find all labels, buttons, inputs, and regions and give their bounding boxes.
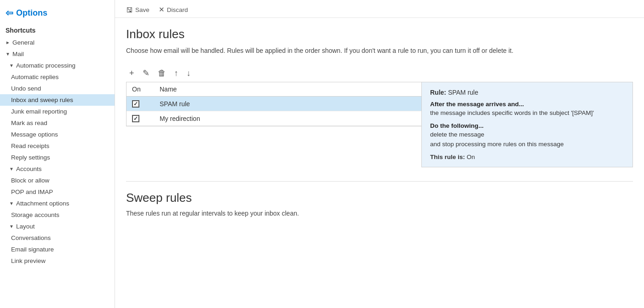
save-label: Save — [135, 6, 150, 13]
conversations-label: Conversations — [11, 234, 51, 241]
rule-on-cell — [126, 111, 154, 126]
delete-icon: 🗑 — [158, 68, 166, 78]
mark-as-read-label: Mark as read — [11, 120, 47, 126]
sidebar-item-link-preview[interactable]: Link preview — [0, 255, 115, 267]
sidebar-item-block-allow[interactable]: Block or allow — [0, 175, 115, 186]
link-preview-label: Link preview — [11, 257, 46, 264]
rules-detail-panel: Rule: SPAM rule After the message arrive… — [421, 82, 633, 167]
action-bar: + ✎ 🗑 ↑ ↓ — [126, 63, 633, 82]
detail-rule-title: Rule: SPAM rule — [430, 89, 624, 96]
detail-do-body-line2: and stop processing more rules on this m… — [430, 140, 624, 149]
rule-checkbox[interactable] — [132, 115, 139, 122]
automatic-replies-label: Automatic replies — [11, 74, 59, 80]
rule-checkbox[interactable] — [132, 100, 139, 108]
accounts-label: Accounts — [16, 165, 42, 172]
back-button[interactable]: ⇦ Options — [0, 4, 115, 24]
add-icon: + — [129, 68, 134, 78]
sidebar-item-undo-send[interactable]: Undo send — [0, 83, 115, 94]
reply-settings-label: Reply settings — [11, 154, 50, 161]
general-label: General — [12, 39, 34, 46]
sidebar-item-reply-settings[interactable]: Reply settings — [0, 152, 115, 163]
automatic-processing-label: Automatic processing — [16, 62, 75, 69]
sidebar-item-pop-imap[interactable]: POP and IMAP — [0, 186, 115, 198]
layout-triangle-icon: ▼ — [9, 224, 14, 229]
message-options-label: Message options — [11, 131, 58, 138]
pop-imap-label: POP and IMAP — [11, 188, 53, 195]
edit-rule-button[interactable]: ✎ — [139, 66, 153, 80]
general-group[interactable]: ► General — [0, 37, 115, 48]
delete-rule-button[interactable]: 🗑 — [155, 67, 169, 80]
rule-on-cell — [126, 97, 154, 111]
detail-do-body: delete the message and stop processing m… — [430, 130, 624, 149]
detail-status-label: This rule is: — [430, 154, 465, 160]
layout-group[interactable]: ▼ Layout — [0, 221, 115, 232]
table-row[interactable]: My redirection — [126, 111, 421, 126]
rules-table-container: On Name SPAM ruleMy redirection — [126, 82, 421, 126]
back-arrow-icon: ⇦ — [6, 7, 13, 18]
rules-table-wrapper: On Name SPAM ruleMy redirection Rule: SP… — [126, 82, 633, 167]
mail-label: Mail — [12, 51, 24, 57]
detail-do-section: Do the following... delete the message a… — [430, 122, 624, 149]
content-area: Inbox rules Choose how email will be han… — [115, 18, 644, 226]
mail-group[interactable]: ▼ Mail — [0, 48, 115, 60]
sidebar: ⇦ Options Shortcuts ► General ▼ Mail ▼ A… — [0, 0, 115, 308]
shortcuts-header: Shortcuts — [0, 24, 115, 37]
undo-send-label: Undo send — [11, 85, 41, 92]
section-divider — [126, 181, 633, 182]
detail-rule-status: This rule is: On — [430, 154, 624, 160]
inbox-sweep-rules-label: Inbox and sweep rules — [11, 97, 73, 103]
detail-after-header: After the message arrives and... — [430, 101, 624, 108]
table-row[interactable]: SPAM rule — [126, 97, 421, 111]
page-desc: Choose how email will be handled. Rules … — [126, 47, 540, 54]
sidebar-item-automatic-replies[interactable]: Automatic replies — [0, 71, 115, 83]
accounts-group[interactable]: ▼ Accounts — [0, 163, 115, 175]
sidebar-item-junk-email[interactable]: Junk email reporting — [0, 106, 115, 117]
attachment-options-label: Attachment options — [16, 200, 69, 207]
move-up-button[interactable]: ↑ — [171, 67, 182, 80]
sidebar-item-conversations[interactable]: Conversations — [0, 232, 115, 244]
move-down-button[interactable]: ↓ — [184, 67, 194, 80]
sidebar-item-inbox-sweep-rules[interactable]: Inbox and sweep rules — [0, 94, 115, 106]
detail-after-body: the message includes specific words in t… — [430, 108, 624, 118]
edit-icon: ✎ — [143, 68, 150, 78]
options-label: Options — [16, 8, 47, 18]
discard-button[interactable]: ✕ Discard — [159, 6, 188, 14]
attachment-options-group[interactable]: ▼ Attachment options — [0, 198, 115, 209]
main-content: 🖫 Save ✕ Discard Inbox rules Choose how … — [115, 0, 644, 308]
rule-name-cell: My redirection — [154, 111, 421, 126]
auto-processing-triangle-icon: ▼ — [9, 63, 14, 68]
detail-rule-name: SPAM rule — [448, 89, 478, 96]
col-header-name: Name — [154, 82, 421, 97]
discard-icon: ✕ — [159, 6, 165, 14]
col-header-on: On — [126, 82, 154, 97]
sweep-rules-title: Sweep rules — [126, 191, 633, 205]
accounts-triangle-icon: ▼ — [9, 166, 14, 171]
save-icon: 🖫 — [126, 6, 133, 14]
general-triangle-icon: ► — [6, 40, 10, 45]
automatic-processing-group[interactable]: ▼ Automatic processing — [0, 60, 115, 71]
rules-table: On Name SPAM ruleMy redirection — [126, 82, 421, 126]
detail-after-section: After the message arrives and... the mes… — [430, 101, 624, 118]
email-signature-label: Email signature — [11, 246, 54, 253]
storage-accounts-label: Storage accounts — [11, 211, 59, 218]
page-title: Inbox rules — [126, 27, 633, 41]
add-rule-button[interactable]: + — [126, 67, 138, 80]
rule-name-cell: SPAM rule — [154, 97, 421, 111]
detail-do-body-line1: delete the message — [430, 130, 624, 139]
move-down-icon: ↓ — [187, 68, 191, 78]
sidebar-item-email-signature[interactable]: Email signature — [0, 244, 115, 255]
sweep-rules-desc: These rules run at regular intervals to … — [126, 210, 633, 217]
sidebar-item-storage-accounts[interactable]: Storage accounts — [0, 209, 115, 221]
junk-email-label: Junk email reporting — [11, 108, 67, 115]
mail-triangle-icon: ▼ — [6, 51, 10, 57]
detail-rule-label: Rule: — [430, 89, 446, 96]
sidebar-item-mark-as-read[interactable]: Mark as read — [0, 117, 115, 129]
discard-label: Discard — [167, 6, 188, 13]
detail-status-value: On — [467, 154, 475, 160]
save-button[interactable]: 🖫 Save — [126, 6, 150, 14]
detail-do-header: Do the following... — [430, 122, 624, 129]
layout-label: Layout — [16, 223, 35, 230]
attachment-triangle-icon: ▼ — [9, 201, 14, 206]
sidebar-item-message-options[interactable]: Message options — [0, 129, 115, 140]
sidebar-item-read-receipts[interactable]: Read receipts — [0, 140, 115, 152]
